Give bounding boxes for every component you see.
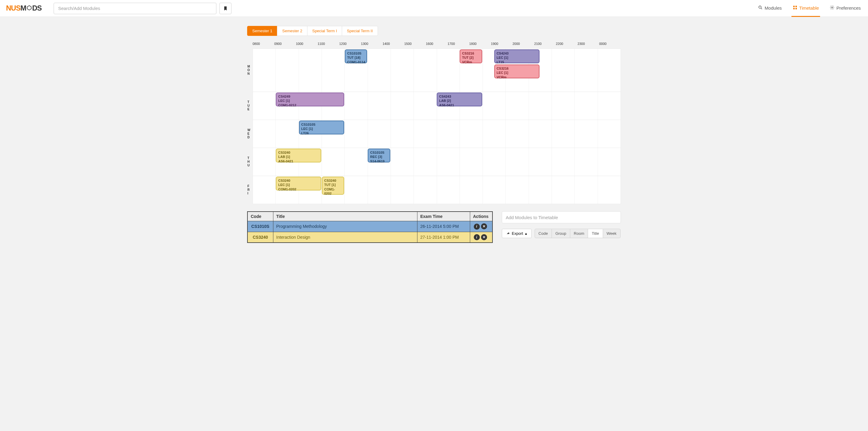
timetable-day: THUCS3240LAB [1]AS6-0421CS1010SREC [3]S1… xyxy=(253,148,621,176)
timetable-day: WEDCS1010SLEC [1]LT26 xyxy=(253,120,621,148)
day-label: TUE xyxy=(247,92,253,120)
view-title[interactable]: Title xyxy=(588,229,603,238)
class-block[interactable]: CS1010SREC [3]S14-0619 xyxy=(368,149,390,162)
hour-label: 1600 xyxy=(426,42,447,49)
block-type: LEC [1] xyxy=(497,70,537,75)
view-group: CodeGroupRoomTitleWeek xyxy=(535,229,621,238)
block-room: LT26 xyxy=(301,131,342,135)
logo-end: DS xyxy=(32,4,41,12)
block-room: LT15 xyxy=(497,60,537,64)
view-code[interactable]: Code xyxy=(535,229,552,238)
cell-code: CS3240 xyxy=(247,232,273,243)
timetable: 0800090010001100120013001400150016001700… xyxy=(247,42,621,204)
block-room: VCRm xyxy=(462,60,479,64)
logo[interactable]: NUSMDS xyxy=(6,4,41,13)
class-block[interactable]: CS3240LAB [1]AS6-0421 xyxy=(276,149,321,162)
th-code: Code xyxy=(247,212,273,221)
remove-icon[interactable]: ✕ xyxy=(481,234,487,240)
semester-tab[interactable]: Special Term I xyxy=(307,26,342,36)
class-block[interactable]: CS3216TUT [2]VCRm xyxy=(460,50,482,63)
hour-label: 0900 xyxy=(274,42,296,49)
grid-icon xyxy=(793,5,798,11)
block-code: CS4249 xyxy=(278,94,342,98)
nav-modules[interactable]: Modules xyxy=(757,0,783,17)
block-code: CS1010S xyxy=(347,51,365,56)
module-row: CS1010SProgramming Methodology26-11-2014… xyxy=(247,221,493,232)
hour-label: 1400 xyxy=(382,42,404,49)
block-type: TUT [1] xyxy=(324,183,342,187)
info-icon[interactable]: i xyxy=(474,234,480,240)
timetable-hours: 0800090010001100120013001400150016001700… xyxy=(253,42,621,49)
view-group[interactable]: Group xyxy=(552,229,570,238)
hour-label: 1200 xyxy=(339,42,361,49)
class-block[interactable]: CS4243LAB [2]AS6-0421 xyxy=(437,93,482,106)
th-title: Title xyxy=(273,212,417,221)
class-block[interactable]: CS3216LEC [1]VCRm xyxy=(494,64,540,79)
logo-m: M xyxy=(21,4,26,12)
gear-icon xyxy=(830,5,835,11)
hour-label: 1300 xyxy=(361,42,382,49)
app-header: NUSMDS ModulesTimetablePreferences xyxy=(0,0,868,17)
nav-timetable[interactable]: Timetable xyxy=(792,0,820,17)
svg-point-7 xyxy=(832,7,833,8)
bookmark-button[interactable] xyxy=(219,3,231,14)
day-label: MON xyxy=(247,49,253,92)
search-input[interactable] xyxy=(54,3,216,14)
day-label: THU xyxy=(247,148,253,176)
logo-accent: NUS xyxy=(6,4,21,12)
block-code: CS3216 xyxy=(497,66,537,70)
hour-label: 0800 xyxy=(253,42,274,49)
info-icon[interactable]: i xyxy=(474,224,480,230)
svg-line-2 xyxy=(761,8,762,9)
hour-label: 1500 xyxy=(404,42,426,49)
block-code: CS1010S xyxy=(370,150,388,155)
hour-label: 1000 xyxy=(296,42,318,49)
class-block[interactable]: CS4249LEC [1]COM1-0212 xyxy=(276,93,344,106)
block-room: COM1-0202 xyxy=(278,187,319,191)
hour-label: 2200 xyxy=(556,42,578,49)
block-room: VCRm xyxy=(497,75,537,79)
class-block[interactable]: CS4243LEC [1]LT15 xyxy=(494,50,540,63)
class-block[interactable]: CS3240LEC [1]COM1-0202 xyxy=(276,177,321,190)
nav-links: ModulesTimetablePreferences xyxy=(757,0,862,17)
class-block[interactable]: CS3240TUT [1]COM1-0202 xyxy=(322,177,344,195)
block-code: CS1010S xyxy=(301,122,342,127)
timetable-day: TUECS4249LEC [1]COM1-0212CS4243LAB [2]AS… xyxy=(253,92,621,120)
hour-label: 2000 xyxy=(513,42,534,49)
bookmark-icon xyxy=(223,6,228,11)
hour-label: 1700 xyxy=(447,42,469,49)
block-code: CS3240 xyxy=(324,178,342,183)
view-week[interactable]: Week xyxy=(603,229,621,238)
hour-label: 2300 xyxy=(578,42,599,49)
svg-rect-4 xyxy=(795,6,797,7)
block-room: AS6-0421 xyxy=(439,103,480,107)
day-label: WED xyxy=(247,120,253,148)
hour-label: 1800 xyxy=(469,42,491,49)
cell-exam: 26-11-2014 5:00 PM xyxy=(417,221,470,232)
view-room[interactable]: Room xyxy=(570,229,588,238)
svg-rect-5 xyxy=(793,8,795,9)
svg-rect-6 xyxy=(795,8,797,9)
block-room: S14-0619 xyxy=(370,159,388,163)
semester-tab[interactable]: Semester 1 xyxy=(247,26,277,36)
export-button[interactable]: Export ▴ xyxy=(502,229,532,238)
class-block[interactable]: CS1010SLEC [1]LT26 xyxy=(299,121,344,134)
block-room: COM1-0114 xyxy=(347,60,365,64)
cell-actions: i✕ xyxy=(470,232,493,243)
module-row: CS3240Interaction Design27-11-2014 1:00 … xyxy=(247,232,493,243)
share-icon xyxy=(506,232,510,236)
nav-preferences[interactable]: Preferences xyxy=(829,0,862,17)
semester-tab[interactable]: Semester 2 xyxy=(277,26,307,36)
th-actions: Actions xyxy=(470,212,493,221)
class-block[interactable]: CS1010STUT [18]COM1-0114 xyxy=(345,50,367,63)
hex-icon xyxy=(26,4,32,13)
block-type: TUT [2] xyxy=(462,56,479,60)
block-type: LEC [1] xyxy=(497,56,537,60)
block-code: CS3240 xyxy=(278,178,319,183)
add-modules-input[interactable] xyxy=(502,211,621,223)
hour-label: 2100 xyxy=(534,42,556,49)
svg-marker-0 xyxy=(27,6,31,10)
semester-tab[interactable]: Special Term II xyxy=(342,26,378,36)
export-label: Export xyxy=(512,231,523,236)
remove-icon[interactable]: ✕ xyxy=(481,223,487,229)
